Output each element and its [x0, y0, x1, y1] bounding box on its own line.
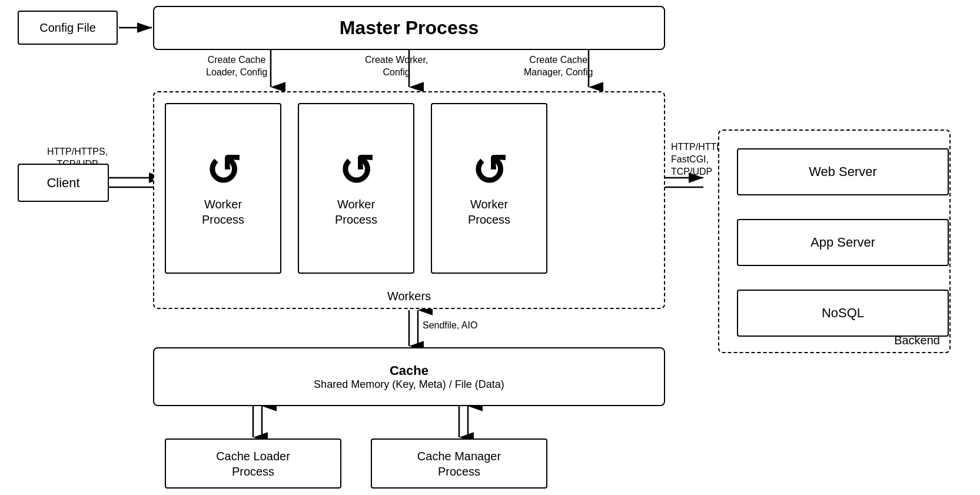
client-box: Client — [18, 164, 109, 202]
worker2-box: ↺ WorkerProcess — [298, 103, 414, 274]
cache-sub-label: Shared Memory (Key, Meta) / File (Data) — [314, 378, 504, 391]
web-server-box: Web Server — [737, 148, 949, 195]
cache-main-label: Cache — [390, 363, 428, 378]
web-server-label: Web Server — [809, 164, 877, 180]
annotation-create-cache-manager: Create CacheManager, Config — [524, 54, 593, 79]
config-file-label: Config File — [39, 21, 96, 35]
worker2-icon: ↺ — [338, 150, 374, 192]
worker1-box: ↺ WorkerProcess — [165, 103, 281, 274]
backend-box: Backend Web Server App Server NoSQL — [718, 129, 951, 353]
worker1-label: WorkerProcess — [202, 197, 244, 227]
nosql-label: NoSQL — [822, 305, 864, 321]
worker3-label: WorkerProcess — [468, 197, 510, 227]
workers-label: Workers — [387, 290, 431, 303]
worker1-icon: ↺ — [205, 150, 241, 192]
annotation-create-cache-loader: Create CacheLoader, Config — [206, 54, 267, 79]
diagram-container: Config File Master Process Create CacheL… — [0, 0, 980, 495]
worker3-box: ↺ WorkerProcess — [431, 103, 547, 274]
cache-loader-box: Cache LoaderProcess — [165, 438, 341, 489]
app-server-label: App Server — [810, 235, 875, 250]
cache-manager-label: Cache ManagerProcess — [417, 449, 501, 479]
client-label: Client — [46, 175, 79, 191]
config-file-box: Config File — [18, 11, 118, 45]
cache-box: Cache Shared Memory (Key, Meta) / File (… — [153, 347, 665, 406]
master-process-box: Master Process — [153, 6, 665, 50]
worker3-icon: ↺ — [471, 150, 507, 192]
cache-loader-label: Cache LoaderProcess — [216, 449, 290, 479]
annotation-sendfile: Sendfile, AIO — [423, 320, 477, 332]
app-server-box: App Server — [737, 219, 949, 266]
master-process-label: Master Process — [340, 17, 479, 39]
cache-manager-box: Cache ManagerProcess — [371, 438, 547, 489]
nosql-box: NoSQL — [737, 290, 949, 337]
annotation-create-worker: Create Worker,Config — [365, 54, 428, 79]
worker2-label: WorkerProcess — [335, 197, 377, 227]
